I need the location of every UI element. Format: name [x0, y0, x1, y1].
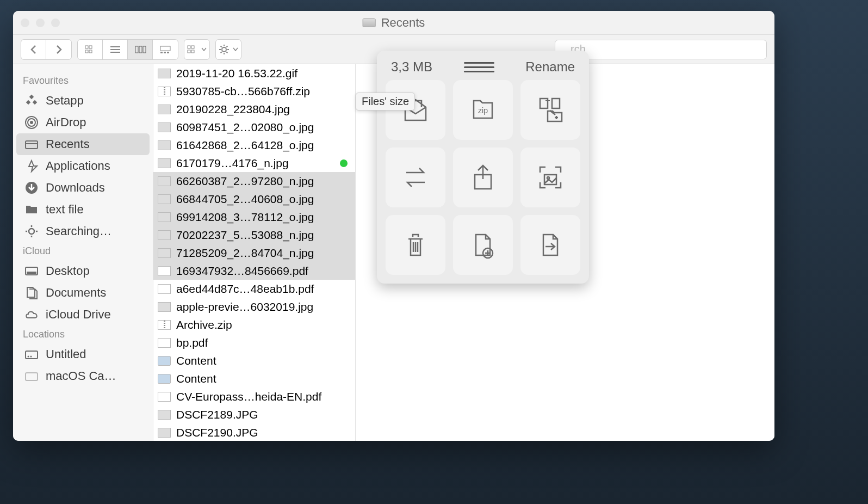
sidebar-item-setapp[interactable]: Setapp — [13, 90, 153, 112]
action-image-dimensions[interactable] — [520, 147, 580, 207]
file-row[interactable]: Archive.zip — [153, 316, 355, 334]
file-thumb-icon — [158, 374, 171, 384]
file-row[interactable]: 61642868_2…64128_o.jpg — [153, 136, 355, 154]
action-convert[interactable] — [386, 147, 445, 207]
file-row[interactable]: 20190228_223804.jpg — [153, 100, 355, 118]
file-row[interactable]: a6ed44d87c…48eab1b.pdf — [153, 280, 355, 298]
back-button[interactable] — [21, 40, 46, 59]
action-new-file[interactable] — [453, 215, 513, 275]
svg-rect-28 — [26, 100, 30, 105]
file-row[interactable]: 71285209_2…84704_n.jpg — [153, 244, 355, 262]
svg-rect-7 — [135, 46, 138, 53]
sidebar-item-desktop[interactable]: Desktop — [13, 260, 153, 282]
file-row[interactable]: DSCF2190.JPG — [153, 423, 355, 441]
file-row[interactable]: 66260387_2…97280_n.jpg — [153, 172, 355, 190]
sidebar-section-label: Locations — [13, 325, 153, 343]
svg-rect-11 — [160, 52, 163, 53]
minimize-button[interactable] — [36, 19, 45, 27]
svg-rect-8 — [139, 46, 142, 53]
svg-line-25 — [221, 52, 222, 53]
file-row[interactable]: Content — [153, 352, 355, 370]
file-thumb-icon — [158, 158, 171, 168]
svg-rect-14 — [188, 46, 190, 48]
action-share[interactable] — [453, 147, 513, 207]
file-name: apple-previe…6032019.jpg — [176, 300, 313, 314]
group-dropdown[interactable] — [184, 39, 210, 60]
svg-line-23 — [221, 46, 222, 47]
view-columns[interactable] — [128, 40, 153, 59]
svg-rect-49 — [552, 99, 560, 108]
forward-button[interactable] — [46, 40, 71, 59]
file-name: 66844705_2…40608_o.jpg — [176, 193, 314, 206]
sidebar-item-downloads[interactable]: Downloads — [13, 177, 153, 199]
svg-rect-15 — [191, 46, 194, 48]
file-name: 66260387_2…97280_n.jpg — [176, 175, 314, 188]
view-switch — [77, 39, 178, 60]
file-thumb-icon — [158, 392, 171, 402]
title-text: Recents — [381, 16, 425, 30]
sidebar-item-text-file[interactable]: text file — [13, 199, 153, 220]
file-row[interactable]: 60987451_2…02080_o.jpg — [153, 118, 355, 136]
file-row[interactable]: 6170179…4176_n.jpg — [153, 154, 355, 172]
action-zip[interactable]: zip — [453, 80, 513, 140]
drag-handle[interactable] — [464, 62, 494, 72]
action-move-to[interactable] — [520, 215, 580, 275]
files-size-label[interactable]: 3,3 MB — [391, 59, 432, 75]
action-copy-to-folder[interactable] — [520, 80, 580, 140]
view-icon[interactable] — [78, 40, 103, 59]
file-thumb-icon — [158, 69, 171, 78]
file-row[interactable]: DSCF2189.JPG — [153, 405, 355, 423]
file-row[interactable]: 70202237_5…53088_n.jpg — [153, 226, 355, 244]
svg-rect-0 — [85, 46, 88, 48]
file-column: 2019-11-20 16.53.22.gif5930785-cb…566b76… — [153, 64, 356, 441]
sidebar-item-recents[interactable]: Recents — [16, 133, 150, 155]
sidebar-item-label: Untitled — [46, 347, 86, 361]
sidebar-item-macos-ca-[interactable]: macOS Ca… — [13, 365, 153, 387]
sidebar-item-untitled[interactable]: Untitled — [13, 343, 153, 365]
untitled-icon — [24, 347, 39, 362]
svg-rect-43 — [26, 351, 38, 359]
svg-line-24 — [226, 52, 227, 53]
file-thumb-icon — [158, 356, 171, 366]
svg-rect-10 — [160, 46, 170, 51]
svg-rect-16 — [188, 50, 190, 53]
svg-rect-1 — [89, 46, 92, 48]
sidebar-item-searching-[interactable]: Searching… — [13, 220, 153, 242]
file-row[interactable]: 2019-11-20 16.53.22.gif — [153, 64, 355, 82]
file-row[interactable]: 5930785-cb…566b76ff.zip — [153, 82, 355, 100]
file-row[interactable]: Content — [153, 370, 355, 388]
file-thumb-icon — [158, 105, 171, 114]
file-thumb-icon — [158, 410, 171, 420]
recents-icon — [363, 19, 376, 27]
close-button[interactable] — [21, 19, 29, 27]
sidebar-item-documents[interactable]: Documents — [13, 282, 153, 304]
file-row[interactable]: bp.pdf — [153, 334, 355, 352]
chevron-down-icon — [233, 47, 238, 52]
view-gallery[interactable] — [153, 40, 178, 59]
window-title: Recents — [363, 16, 425, 30]
file-row[interactable]: apple-previe…6032019.jpg — [153, 298, 355, 316]
file-thumb-icon — [158, 302, 171, 312]
file-row[interactable]: CV-Europass…heida-EN.pdf — [153, 388, 355, 405]
sidebar-item-applications[interactable]: Applications — [13, 155, 153, 177]
file-thumb-icon — [158, 176, 171, 186]
svg-point-30 — [30, 121, 33, 124]
file-name: 70202237_5…53088_n.jpg — [176, 229, 314, 242]
zoom-button[interactable] — [51, 19, 60, 27]
rename-button[interactable]: Rename — [525, 59, 575, 75]
file-row[interactable]: 66844705_2…40608_o.jpg — [153, 190, 355, 208]
file-thumb-icon — [158, 212, 171, 222]
action-dropdown[interactable] — [215, 39, 241, 60]
file-row[interactable]: 169347932…8456669.pdf — [153, 262, 355, 280]
svg-rect-17 — [191, 50, 194, 53]
svg-rect-2 — [85, 50, 88, 53]
action-trash[interactable] — [386, 215, 445, 275]
macos-ca--icon — [24, 368, 39, 384]
file-row[interactable]: 69914208_3…78112_o.jpg — [153, 208, 355, 226]
sidebar-item-icloud-drive[interactable]: iCloud Drive — [13, 304, 153, 325]
airdrop-icon — [24, 115, 39, 130]
sidebar-item-airdrop[interactable]: AirDrop — [13, 112, 153, 133]
svg-rect-27 — [29, 95, 34, 99]
svg-point-44 — [28, 356, 29, 358]
view-list[interactable] — [103, 40, 128, 59]
